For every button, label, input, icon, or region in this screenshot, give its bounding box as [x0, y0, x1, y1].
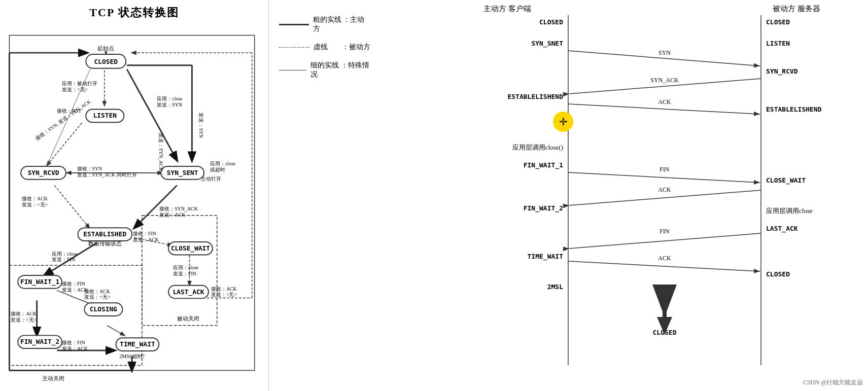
- svg-text:LISTEN: LISTEN: [766, 40, 790, 47]
- svg-text:CLOSE_WAIT: CLOSE_WAIT: [170, 244, 210, 253]
- tcp-flow-svg: 主动方 客户端 被动方 服务器 CLOSED SYN_SNET ESTABLEL…: [380, 0, 868, 391]
- legend-label-3: 细的实线 ：特殊情况: [310, 61, 370, 79]
- svg-text:CLOSED: CLOSED: [539, 18, 563, 26]
- svg-text:应用：close: 应用：close: [172, 265, 198, 270]
- svg-text:应用层调用close: 应用层调用close: [766, 207, 813, 215]
- svg-text:发送：SYN: 发送：SYN: [157, 102, 182, 108]
- svg-text:FIN: FIN: [659, 228, 670, 235]
- svg-text:LISTEN: LISTEN: [93, 112, 116, 119]
- legend-item-2: 虚线 ：被动方: [279, 43, 370, 52]
- svg-text:CLOSE_WAIT: CLOSE_WAIT: [766, 176, 806, 185]
- svg-text:ESTABLISHED: ESTABLISHED: [83, 230, 126, 238]
- svg-text:发送：FIN: 发送：FIN: [52, 257, 75, 262]
- svg-text:2MSL超时?: 2MSL超时?: [119, 353, 145, 359]
- svg-text:发送：SYN_ACK 同时打开: 发送：SYN_ACK 同时打开: [77, 172, 136, 177]
- state-diagram-svg: CLOSED 起始点 LISTEN SYN_RCVD SYN_SENT ESTA…: [5, 20, 264, 385]
- svg-text:发送：ACK: 发送：ACK: [133, 237, 159, 242]
- svg-text:应用：close: 应用：close: [157, 96, 183, 101]
- middle-panel: 粗的实线 ：主动方 虚线 ：被动方 细的实线 ：特殊情况: [269, 0, 380, 391]
- svg-text:发送：SYN_ACK: 发送：SYN_ACK: [158, 133, 164, 171]
- svg-text:CLOSED: CLOSED: [766, 270, 790, 278]
- diagram-title: TCP 状态转换图: [0, 5, 268, 20]
- svg-text:发送：<无>: 发送：<无>: [84, 294, 111, 300]
- svg-text:FIN_WAIT_2: FIN_WAIT_2: [20, 338, 59, 346]
- svg-text:SYN_ACK: SYN_ACK: [650, 77, 679, 84]
- right-panel: ✛ 主动方 客户端 被动方 服务器 CLOSED SYN_SNET ESTABL…: [380, 0, 868, 391]
- svg-text:发送：<无>: 发送：<无>: [61, 87, 88, 92]
- svg-line-7: [54, 185, 89, 228]
- svg-text:FIN: FIN: [659, 166, 670, 173]
- svg-text:SYN_RCVD: SYN_RCVD: [766, 67, 798, 76]
- svg-text:发送：<无>: 发送：<无>: [211, 292, 237, 297]
- svg-text:被动关闭: 被动关闭: [177, 315, 199, 322]
- svg-text:ACK: ACK: [658, 98, 671, 105]
- svg-text:主动方 客户端: 主动方 客户端: [483, 5, 531, 13]
- legend-item-1: 粗的实线 ：主动方: [279, 15, 370, 33]
- svg-line-6: [127, 69, 177, 161]
- left-panel: TCP 状态转换图: [0, 0, 269, 391]
- svg-text:起始点: 起始点: [97, 45, 114, 51]
- svg-text:接收：RST: 接收：RST: [57, 108, 81, 114]
- svg-text:CLOSED: CLOSED: [94, 58, 118, 65]
- svg-line-113: [568, 104, 760, 114]
- diagram-area: CLOSED 起始点 LISTEN SYN_RCVD SYN_SENT ESTA…: [5, 20, 264, 385]
- svg-text:接收：SYN: 接收：SYN: [77, 166, 102, 171]
- legend-item-3: 细的实线 ：特殊情况: [279, 61, 370, 79]
- svg-text:发送：SYN: 发送：SYN: [198, 113, 204, 138]
- svg-text:主动关闭: 主动关闭: [42, 375, 64, 381]
- svg-text:接收：FIN: 接收：FIN: [61, 340, 85, 345]
- svg-text:发送：FIN: 发送：FIN: [172, 271, 196, 276]
- svg-text:接收：ACK: 接收：ACK: [11, 311, 37, 316]
- svg-text:ACK: ACK: [658, 186, 671, 193]
- svg-text:接收：SYN; 发送：SYN_ACK: 接收：SYN; 发送：SYN_ACK: [34, 98, 92, 141]
- svg-text:SYN_SENT: SYN_SENT: [166, 169, 198, 177]
- svg-line-119: [569, 233, 761, 248]
- svg-text:发送：ACK: 发送：ACK: [159, 212, 186, 218]
- svg-text:主动打开: 主动打开: [201, 176, 221, 182]
- svg-text:或超时: 或超时: [210, 167, 225, 172]
- svg-text:接收：FIN: 接收：FIN: [133, 231, 156, 236]
- svg-text:ESTABLELISHEND: ESTABLELISHEND: [507, 93, 563, 100]
- svg-text:接收：ACK: 接收：ACK: [22, 196, 48, 201]
- svg-text:SYN_RCVD: SYN_RCVD: [27, 169, 59, 177]
- legend-label-1: 粗的实线 ：主动方: [313, 15, 370, 33]
- svg-text:TIME_WAIT: TIME_WAIT: [528, 253, 564, 261]
- legend-thin-solid: [279, 70, 306, 70]
- svg-text:ACK: ACK: [658, 255, 671, 262]
- svg-text:数据传输状态: 数据传输状态: [88, 240, 121, 246]
- svg-text:接收：ACK: 接收：ACK: [84, 289, 111, 294]
- legend-thick-solid: [279, 24, 309, 25]
- svg-text:被动方 服务器: 被动方 服务器: [773, 5, 820, 13]
- cursor-icon: ✛: [553, 112, 573, 132]
- legend-label-2: 虚线 ：被动方: [314, 43, 370, 52]
- svg-text:FIN_WAIT_2: FIN_WAIT_2: [524, 204, 563, 212]
- svg-text:接收：ACK: 接收：ACK: [211, 286, 237, 292]
- svg-text:应用：close: 应用：close: [52, 251, 78, 257]
- svg-text:FIN_WAIT_1: FIN_WAIT_1: [20, 278, 59, 286]
- svg-text:发送：<无>: 发送：<无>: [11, 317, 37, 323]
- svg-text:接收：SYN_ACK: 接收：SYN_ACK: [159, 206, 198, 211]
- svg-line-121: [568, 261, 760, 271]
- svg-text:FIN_WAIT_1: FIN_WAIT_1: [524, 161, 563, 169]
- svg-text:2MSL: 2MSL: [547, 283, 563, 291]
- svg-text:发送：ACK: 发送：ACK: [61, 346, 88, 351]
- svg-text:SYN: SYN: [658, 49, 671, 56]
- svg-text:CLOSING: CLOSING: [89, 305, 117, 313]
- svg-text:ESTABLELISHEND: ESTABLELISHEND: [766, 105, 822, 113]
- svg-text:TIME_WAIT: TIME_WAIT: [120, 340, 155, 348]
- svg-text:发送：<无>: 发送：<无>: [22, 202, 48, 207]
- svg-text:LAST_ACK: LAST_ACK: [766, 225, 798, 233]
- svg-text:接收：FIN: 接收：FIN: [61, 281, 85, 287]
- svg-text:应用：被动打开: 应用：被动打开: [61, 81, 97, 86]
- svg-text:应用层调用close(): 应用层调用close(): [512, 144, 563, 151]
- svg-line-15: [107, 326, 124, 336]
- watermark: CSDN @行稳方能走远: [803, 378, 863, 387]
- svg-line-115: [568, 172, 760, 183]
- svg-text:SYN_SNET: SYN_SNET: [531, 40, 563, 48]
- svg-text:CLOSED: CLOSED: [766, 18, 790, 26]
- svg-text:应用：close: 应用：close: [210, 161, 235, 166]
- legend-thin-dashed: [279, 47, 309, 48]
- svg-text:LAST_ACK: LAST_ACK: [172, 288, 204, 296]
